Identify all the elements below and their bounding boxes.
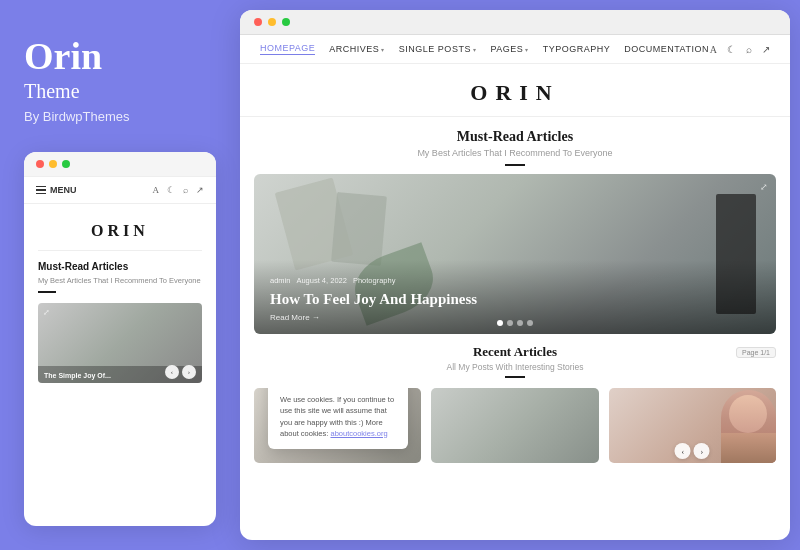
- nav-link-documentation[interactable]: DOCUMENTATION: [624, 44, 709, 54]
- brand-title: Orin: [24, 36, 216, 78]
- hero-dots: [497, 320, 533, 326]
- cookies-text: We use cookies. If you continue to use t…: [280, 394, 396, 439]
- left-panel: Orin Theme By BirdwpThemes MENU A ☾ ⌕ ↗: [0, 0, 240, 550]
- mini-menu: MENU: [36, 185, 77, 195]
- nav-link-single-posts[interactable]: SINGLE POSTS ▾: [399, 44, 477, 54]
- mini-nav-icons: A ☾ ⌕ ↗: [153, 185, 205, 195]
- big-browser-bar: [240, 10, 790, 35]
- mini-menu-label: MENU: [50, 185, 77, 195]
- big-nav: HOMEPAGE ARCHIVES ▾ SINGLE POSTS ▾ PAGES…: [240, 35, 790, 64]
- must-read-title: Must-Read Articles: [240, 129, 790, 145]
- big-font-icon[interactable]: A: [710, 44, 717, 55]
- must-read-section: Must-Read Articles My Best Articles That…: [240, 117, 790, 174]
- archives-chevron: ▾: [381, 46, 385, 53]
- recent-section: Recent Articles Page 1/1 All My Posts Wi…: [240, 334, 790, 540]
- mini-next-button[interactable]: ›: [182, 365, 196, 379]
- big-dot-red: [254, 18, 262, 26]
- card-nav-arrows: ‹ ›: [675, 443, 710, 459]
- big-dot-yellow: [268, 18, 276, 26]
- mini-hero-image: ⤢ The Simple Joy Of... ‹ ›: [38, 303, 202, 383]
- big-nav-icons: A ☾ ⌕ ↗: [710, 44, 770, 55]
- hero-date: August 4, 2022: [296, 276, 346, 285]
- card-image-1: Cookies Notice We use cookies. If you co…: [254, 388, 421, 463]
- hero-category: Photography: [353, 276, 396, 285]
- hamburger-icon: [36, 186, 46, 195]
- mini-browser-bar: [24, 152, 216, 177]
- hero-dot-4: [527, 320, 533, 326]
- must-read-dash: [505, 164, 525, 166]
- hero-title: How To Feel Joy And Happiness: [270, 290, 760, 308]
- must-read-subtitle: My Best Articles That I Recommend To Eve…: [240, 148, 790, 158]
- brand-by: By BirdwpThemes: [24, 109, 216, 124]
- hero-dot-1: [497, 320, 503, 326]
- recent-subtitle: All My Posts With Interesting Stories: [254, 362, 776, 372]
- recent-title: Recent Articles: [473, 344, 557, 360]
- big-external-icon[interactable]: ↗: [762, 44, 770, 55]
- recent-page-badge: Page 1/1: [736, 347, 776, 358]
- hero-meta: admin August 4, 2022 Photography: [270, 276, 760, 285]
- card-prev-button[interactable]: ‹: [675, 443, 691, 459]
- big-browser-preview: HOMEPAGE ARCHIVES ▾ SINGLE POSTS ▾ PAGES…: [240, 10, 790, 540]
- big-dark-icon[interactable]: ☾: [727, 44, 736, 55]
- recent-cards: Cookies Notice We use cookies. If you co…: [254, 388, 776, 463]
- nav-link-typography[interactable]: TYPOGRAPHY: [543, 44, 611, 54]
- dot-green: [62, 160, 70, 168]
- mini-dash-divider: [38, 291, 56, 293]
- mini-must-read-sub: My Best Articles That I Recommend To Eve…: [38, 276, 202, 285]
- cookies-link[interactable]: aboutcookies.org: [330, 429, 387, 438]
- recent-dash: [505, 376, 525, 378]
- nav-link-pages[interactable]: PAGES ▾: [490, 44, 528, 54]
- nav-link-homepage[interactable]: HOMEPAGE: [260, 43, 315, 55]
- hero-image: admin August 4, 2022 Photography How To …: [254, 174, 776, 334]
- nav-links: HOMEPAGE ARCHIVES ▾ SINGLE POSTS ▾ PAGES…: [260, 43, 709, 55]
- hero-dot-3: [517, 320, 523, 326]
- mini-logo: ORIN: [38, 214, 202, 251]
- dot-yellow: [49, 160, 57, 168]
- single-posts-chevron: ▾: [473, 46, 477, 53]
- mini-dark-icon: ☾: [167, 185, 175, 195]
- cookies-notice: Cookies Notice We use cookies. If you co…: [268, 388, 408, 449]
- hero-author: admin: [270, 276, 290, 285]
- mini-browser-preview: MENU A ☾ ⌕ ↗ ORIN Must-Read Articles My …: [24, 152, 216, 526]
- mini-arrow-icon: ↗: [196, 185, 204, 195]
- mini-content: ORIN Must-Read Articles My Best Articles…: [24, 204, 216, 393]
- card-image-2: [431, 388, 598, 463]
- mini-search-icon: ⌕: [183, 185, 188, 195]
- mini-font-icon: A: [153, 185, 160, 195]
- mini-nav: MENU A ☾ ⌕ ↗: [24, 177, 216, 204]
- dot-red: [36, 160, 44, 168]
- right-panel: HOMEPAGE ARCHIVES ▾ SINGLE POSTS ▾ PAGES…: [240, 0, 800, 550]
- recent-card-3: ‹ ›: [609, 388, 776, 463]
- brand-subtitle: Theme: [24, 80, 216, 103]
- cookies-title: Cookies Notice: [280, 388, 396, 389]
- mini-nav-arrows: ‹ ›: [165, 365, 196, 379]
- nav-link-archives[interactable]: ARCHIVES ▾: [329, 44, 385, 54]
- hero-dot-2: [507, 320, 513, 326]
- card-next-button[interactable]: ›: [694, 443, 710, 459]
- big-content: ORIN Must-Read Articles My Best Articles…: [240, 64, 790, 540]
- pages-chevron: ▾: [525, 46, 529, 53]
- big-dot-green: [282, 18, 290, 26]
- recent-header: Recent Articles Page 1/1: [254, 344, 776, 360]
- mini-expand-icon: ⤢: [43, 308, 50, 317]
- mini-prev-button[interactable]: ‹: [165, 365, 179, 379]
- big-search-icon[interactable]: ⌕: [746, 44, 752, 55]
- big-logo: ORIN: [240, 64, 790, 117]
- hero-expand-icon[interactable]: ⤢: [760, 182, 768, 192]
- mini-must-read-title: Must-Read Articles: [38, 261, 202, 272]
- recent-card-1: Cookies Notice We use cookies. If you co…: [254, 388, 421, 463]
- recent-card-2: [431, 388, 598, 463]
- hero-shape-2: [331, 192, 387, 266]
